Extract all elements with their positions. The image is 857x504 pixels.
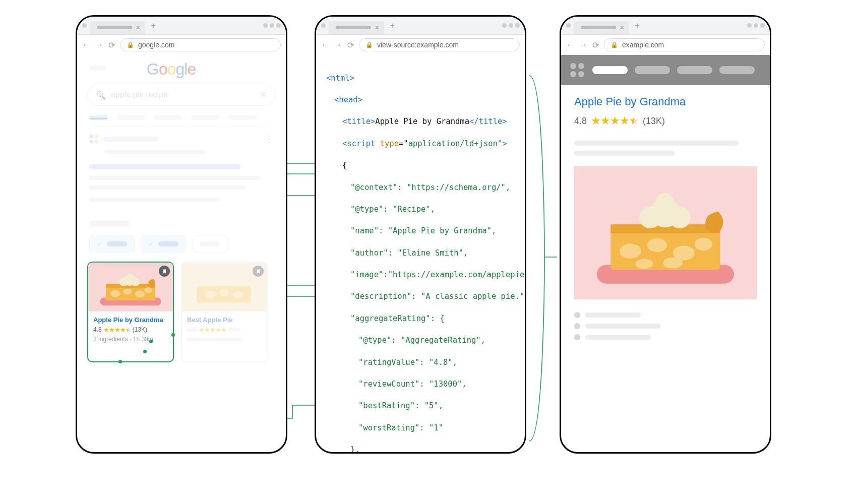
ingredient-list [574, 312, 757, 340]
svg-point-15 [131, 277, 140, 286]
nav-item[interactable] [677, 66, 712, 74]
reload-icon[interactable]: ⟳ [592, 40, 599, 50]
svg-point-14 [119, 277, 129, 286]
svg-point-12 [144, 287, 152, 293]
svg-point-9 [110, 290, 120, 297]
search-box[interactable]: 🔍apple pie recipe✕ [87, 84, 276, 106]
svg-point-19 [219, 289, 229, 296]
close-icon[interactable]: × [620, 24, 624, 31]
nav-item[interactable] [635, 66, 670, 74]
site-logo[interactable] [570, 63, 584, 77]
forward-icon[interactable]: → [95, 40, 103, 49]
recipe-card-highlighted[interactable]: Apple Pie by Grandma 4.8 ★★★★★ (13K) 3 i… [87, 262, 174, 362]
lock-icon: 🔒 [127, 41, 134, 48]
svg-point-10 [123, 289, 132, 295]
recipe-rating: 4.8 ★★★★★ (13K) [574, 114, 757, 128]
address-field[interactable]: 🔒example.com [604, 38, 765, 51]
svg-point-32 [639, 207, 661, 228]
svg-point-30 [663, 258, 683, 269]
close-icon[interactable]: × [375, 24, 379, 31]
back-icon[interactable]: ← [321, 40, 329, 49]
lock-icon: 🔒 [610, 41, 618, 48]
forward-icon[interactable]: → [334, 40, 342, 49]
site-header [561, 55, 770, 85]
google-search-phone: × + ← → ⟳ 🔒google.com Google 🔍apple pie … [76, 15, 287, 454]
svg-point-29 [635, 259, 653, 269]
recipe-card-secondary[interactable]: Best Apple Pie ★★★★★ [181, 262, 268, 362]
url-bar: ← → ⟳ 🔒google.com [77, 35, 286, 55]
close-icon[interactable]: × [136, 24, 140, 31]
svg-point-28 [695, 238, 712, 250]
browser-tab[interactable]: × [329, 21, 384, 34]
back-icon[interactable]: ← [82, 40, 90, 49]
recipe-title: Apple Pie by Grandma [574, 95, 757, 108]
source-code: <html> <head> <title>Apple Pie by Grandm… [316, 55, 525, 454]
browser-tab[interactable]: × [90, 21, 145, 34]
recipe-card-title: Apple Pie by Grandma [93, 315, 168, 325]
back-icon[interactable]: ← [566, 40, 574, 49]
url-text: google.com [138, 41, 174, 49]
view-source-phone: × + ← → ⟳ 🔒view-source:example.com <html… [315, 15, 526, 454]
url-text: example.com [622, 41, 664, 49]
svg-point-26 [647, 238, 667, 252]
search-query: apple pie recipe [111, 90, 168, 99]
recipe-rating: 4.8 ★★★★★ (13K) [93, 325, 168, 335]
window-dot [82, 23, 87, 28]
search-icon: 🔍 [96, 90, 106, 100]
google-logo: Google [147, 60, 196, 79]
address-field[interactable]: 🔒google.com [120, 38, 281, 51]
recipe-card-row: Apple Pie by Grandma 4.8 ★★★★★ (13K) 3 i… [77, 262, 286, 362]
svg-point-34 [656, 193, 674, 211]
lock-icon: 🔒 [365, 41, 373, 48]
bookmark-icon[interactable] [159, 266, 170, 277]
forward-icon[interactable]: → [579, 40, 587, 49]
svg-point-33 [669, 207, 691, 228]
clear-icon[interactable]: ✕ [260, 89, 267, 100]
new-tab-button[interactable]: + [390, 21, 395, 30]
recipe-hero-image [574, 165, 757, 301]
svg-point-25 [620, 244, 641, 259]
browser-tab[interactable]: × [574, 21, 629, 34]
nav-item[interactable] [592, 66, 628, 74]
new-tab-button[interactable]: + [151, 21, 156, 30]
address-field[interactable]: 🔒view-source:example.com [359, 38, 520, 51]
window-titlebar: × + [77, 17, 286, 35]
new-tab-button[interactable]: + [635, 21, 640, 30]
svg-point-11 [135, 291, 145, 298]
reload-icon[interactable]: ⟳ [108, 40, 115, 50]
reload-icon[interactable]: ⟳ [347, 40, 354, 50]
site-nav [592, 66, 755, 74]
svg-point-18 [205, 291, 216, 298]
url-text: view-source:example.com [377, 41, 459, 49]
nav-item[interactable] [719, 66, 755, 74]
recipe-meta: 3 ingredients · 1h 30m [93, 335, 168, 344]
svg-point-20 [233, 291, 243, 298]
recipe-site-phone: × + ← → ⟳ 🔒example.com Apple Pie by Gran… [560, 15, 771, 454]
